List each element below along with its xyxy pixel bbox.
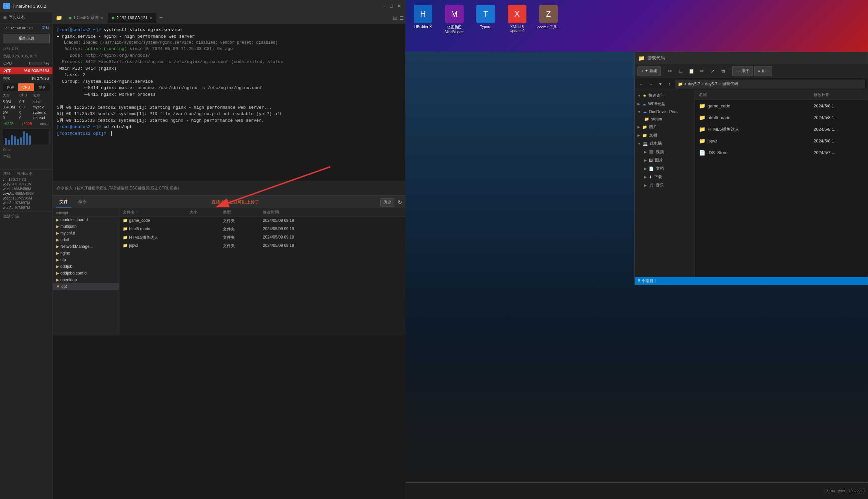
mem-label: 内存 — [3, 69, 11, 73]
tree-item-opt[interactable]: ▼ opt — [53, 283, 119, 290]
exp-item-images-top[interactable]: ▶ 📁 图片 — [635, 123, 695, 131]
add-tab-button[interactable]: + — [157, 14, 165, 22]
exp-file-mtime: 2024/5/8 1... — [814, 138, 864, 144]
view-button[interactable]: ≡ 直... — [754, 66, 772, 76]
grid-view-button[interactable]: ⊞ — [393, 15, 397, 21]
exp-item-docs-top[interactable]: ▶ 📁 文档 — [635, 131, 695, 139]
exp-item-pics[interactable]: ▶ 🖼 图片 — [635, 156, 695, 165]
up-dropdown-button[interactable]: ▾ — [656, 80, 664, 88]
sync-label: 同步状态 — [9, 15, 25, 20]
exp-file-row[interactable]: 📄 .DS_Store 2024/5/7 ... — [695, 147, 868, 158]
terminal-output: [root@centos2 ~]# systemctl status nginx… — [53, 24, 405, 181]
sort-button[interactable]: ↑↓ 排序 — [732, 66, 753, 76]
paste-button[interactable]: 📋 — [686, 66, 696, 76]
exp-file-row[interactable]: 📁 game_code 2024/5/8 1... — [695, 100, 868, 112]
desktop-icon-typora[interactable]: T Typora — [471, 3, 501, 31]
exp-item-music[interactable]: ▶ 🎵 音乐 — [635, 181, 695, 190]
exp-label: 文档 — [649, 132, 657, 138]
exp-item-onedrive[interactable]: ▼ ☁ OneDrive - Pers — [635, 108, 695, 115]
mem-stat-row: 内存 93% 908M/972M — [0, 68, 52, 74]
tab-centos-system[interactable]: 1 CentOs系统 × — [65, 13, 107, 23]
tab-close-active-icon[interactable]: × — [149, 16, 152, 20]
tree-item-mycnf[interactable]: ▶ my.cnf.d — [53, 230, 119, 236]
cut-button[interactable]: ✂ — [665, 66, 674, 76]
exp-file-row[interactable]: 📁 HTML5捕鱼达人 2024/5/8 1... — [695, 123, 868, 135]
tab-ssh-session[interactable]: 2 192.168.88.131 × — [108, 13, 157, 23]
expand-icon: ▼ — [637, 94, 641, 97]
exp-file-row[interactable]: 📁 jspvz 2024/5/8 1... — [695, 135, 868, 147]
process-row: 5.9M0.7sshd — [1, 99, 51, 105]
tree-item-modules[interactable]: ▶ modules-load.d — [53, 217, 119, 223]
exp-item-video[interactable]: ▶ 🎬 视频 — [635, 148, 695, 156]
col-name: 名称 — [33, 93, 53, 98]
tree-item-multipath[interactable]: ▶ multipath — [53, 223, 119, 230]
desktop-icon-mindmaster[interactable]: M 亿图脑图 MindMaster — [439, 3, 469, 36]
file-row[interactable]: 📁html5-mario 文件夹 2024/05/09 09:19 — [120, 225, 405, 233]
desktop-top-icons: H HBuilder X M 亿图脑图 MindMaster T Typora … — [405, 0, 868, 52]
menu-button[interactable]: ☰ — [400, 15, 404, 21]
exp-item-steam[interactable]: 📁 steam — [635, 115, 695, 123]
folder-icon: ▶ — [56, 278, 59, 282]
file-row[interactable]: 📁jspvz 文件夹 2024/05/09 09:19 — [120, 242, 405, 250]
exp-label: WPS云盘 — [648, 101, 665, 107]
mindmaster-icon: M — [445, 5, 464, 23]
tree-item-networkmanager[interactable]: ▶ NetworkManage... — [53, 243, 119, 250]
folder-button[interactable]: 📁 — [54, 14, 64, 22]
file-row[interactable]: 📁HTML5捕鱼达人 文件夹 2024/05/09 09:19 — [120, 233, 405, 242]
nav-path-seg2: day5-7 — [705, 82, 718, 86]
music-icon: 🎵 — [649, 183, 654, 188]
nav-path-bar: 📁 > day5-7 > day5-7 > 游戏代码 — [675, 80, 865, 88]
bottom-tabs-bar: 文件 命令 直接拖进去就可以上传了 历史 ↻ — [53, 196, 405, 208]
history-button[interactable]: 历史 — [380, 198, 394, 206]
exp-item-downloads[interactable]: ▶ ⬇ 下载 — [635, 173, 695, 181]
tab-command[interactable]: 命令 — [75, 197, 90, 207]
tree-item-oddjob[interactable]: ▶ oddjob — [53, 263, 119, 270]
exp-item-wps[interactable]: ▶ ☁ WPS云盘 — [635, 100, 695, 108]
tree-item-ntp[interactable]: ▶ ntp — [53, 256, 119, 263]
process-row: 00kthread — [1, 115, 51, 120]
download-value: ↓300B — [22, 122, 32, 126]
copy-button[interactable]: □ — [676, 66, 685, 76]
exp-label: 视频 — [656, 149, 664, 155]
rename-button[interactable]: ✏ — [697, 66, 707, 76]
exp-item-docs[interactable]: ▶ 📄 文档 — [635, 165, 695, 173]
up-button[interactable]: ↑ — [665, 80, 673, 88]
maximize-button[interactable]: □ — [389, 3, 394, 9]
desktop-icon-xmind[interactable]: X XMind 8 Update 9 — [502, 3, 532, 35]
new-button[interactable]: + ✦ 新建 — [637, 66, 661, 76]
terminal-line: └─8415 nginx: worker process — [57, 92, 401, 98]
exp-file-name-text: html5-mario — [708, 115, 731, 120]
share-button[interactable]: ↗ — [708, 66, 717, 76]
exp-file-row[interactable]: 📁 html5-mario 2024/5/8 1... — [695, 112, 868, 123]
tree-item-oddjobd[interactable]: ▶ oddjobd.conf.d — [53, 270, 119, 277]
copy-ip-button[interactable]: 复制 — [42, 25, 49, 31]
forward-button[interactable]: → — [647, 80, 655, 88]
process-table: 内存 CPU 名称 5.9M0.7sshd 354.3M0.3mysqld 5M… — [0, 93, 52, 120]
folder-icon: ▶ — [56, 238, 59, 242]
tab-mem[interactable]: 内存 — [3, 83, 19, 91]
folder-icon: ▶ — [56, 218, 59, 222]
xmind-icon: X — [508, 5, 526, 23]
back-button[interactable]: ← — [637, 80, 646, 88]
sysinfo-button[interactable]: 系统信息 — [3, 34, 50, 44]
delete-button[interactable]: 🗑 — [719, 66, 728, 76]
desktop-icon-zoomit[interactable]: Z ZoomIt 工具... — [534, 3, 563, 32]
mem-value: 93% 908M/972M — [24, 69, 49, 73]
expand-icon: ▶ — [644, 150, 647, 154]
file-row[interactable]: 📁game_code 文件夹 2024/05/09 09:19 — [120, 217, 405, 225]
tab-close-icon[interactable]: × — [100, 16, 103, 20]
tree-item-ndctl[interactable]: ▶ ndctl — [53, 236, 119, 243]
terminal-line: 5月 09 11:25:33 centos2 systemd[1]: Start… — [57, 118, 401, 124]
close-button[interactable]: ✕ — [396, 3, 402, 9]
refresh-button[interactable]: ↻ — [398, 199, 402, 206]
tab-file[interactable]: 文件 — [56, 197, 71, 207]
minimize-button[interactable]: ─ — [381, 3, 386, 9]
tab-cmd[interactable]: 命令 — [34, 83, 50, 91]
exp-item-quickaccess[interactable]: ▼ ★ 快速访问 — [635, 92, 695, 100]
explorer-file-header: 名称 修改日期 — [695, 90, 868, 100]
exp-item-pc[interactable]: ▼ 💻 此电脑 — [635, 139, 695, 148]
tree-item-nginx[interactable]: ▶ nginx — [53, 250, 119, 256]
tree-item-openldap[interactable]: ▶ openldap — [53, 277, 119, 283]
tab-cpu[interactable]: CPU — [19, 83, 34, 91]
desktop-icon-hbuilder[interactable]: H HBuilder X — [408, 3, 438, 31]
